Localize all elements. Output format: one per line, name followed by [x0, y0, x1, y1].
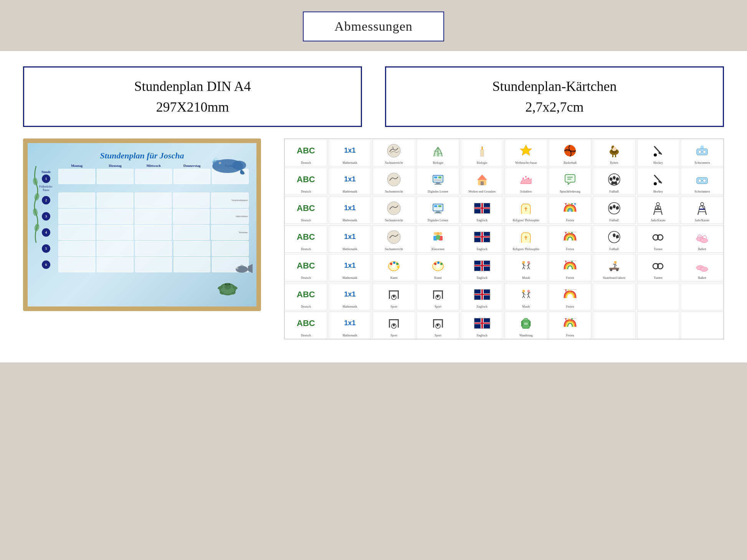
svg-line-138	[529, 267, 530, 269]
svg-rect-156	[389, 290, 390, 299]
svg-rect-93	[699, 209, 705, 210]
card-math-1: 1x1 Mathematik	[329, 139, 372, 166]
svg-rect-186	[433, 319, 434, 328]
svg-line-132	[524, 267, 525, 269]
hour-3: 3	[42, 212, 50, 221]
card-englisch-3: Englisch	[461, 254, 504, 282]
svg-point-118	[393, 262, 395, 264]
main-content: Stundenplan DIN A4 297X210mm Stundenplan…	[0, 51, 747, 362]
cell-6-3	[135, 257, 172, 272]
svg-marker-80	[574, 203, 576, 206]
svg-point-5	[219, 283, 236, 295]
svg-rect-161	[433, 290, 434, 299]
card-ferien-3: Ferien	[549, 254, 592, 282]
cell-6-1	[58, 257, 95, 272]
svg-rect-193	[524, 322, 528, 325]
svg-rect-70	[433, 204, 443, 211]
svg-point-69	[387, 202, 400, 215]
svg-point-85	[656, 203, 659, 206]
svg-rect-181	[389, 319, 390, 328]
cell-1-4	[174, 169, 210, 184]
svg-point-53	[525, 176, 527, 178]
svg-rect-158	[389, 290, 399, 292]
svg-line-176	[527, 296, 529, 298]
card-judo-2: Judo/Karate	[681, 196, 724, 224]
svg-line-90	[661, 212, 662, 215]
svg-point-19	[34, 193, 40, 201]
svg-point-36	[654, 153, 657, 156]
svg-point-166	[522, 290, 525, 292]
card-sport-2: Sport	[416, 283, 459, 310]
svg-point-64	[654, 182, 657, 185]
cell-3-4	[173, 209, 210, 224]
card-turnen-1: Turnen	[637, 225, 680, 253]
cell-2-5: Verabredungen	[211, 193, 249, 208]
svg-point-18	[32, 208, 38, 216]
termine-label: Termine	[239, 231, 248, 234]
svg-point-66	[698, 179, 701, 182]
svg-point-54	[528, 178, 529, 179]
card-biologie-2: Biologie	[461, 139, 504, 166]
stunde-label: Stunde	[41, 170, 51, 174]
content-row: Stundenplan für Joscha Montag Dienstag M…	[23, 138, 724, 339]
card-ferien-4: Ferien	[549, 283, 592, 310]
col-montag: Montag	[58, 164, 95, 168]
svg-point-7	[225, 283, 230, 286]
card-ballett-1: Ballett	[681, 225, 724, 253]
svg-rect-183	[389, 319, 399, 320]
card-judo-1: Judo/Karate	[637, 196, 680, 224]
card-empty-2	[637, 283, 680, 310]
card-biologie-1: Biologie	[416, 139, 459, 166]
card-kunst-1: Kunst	[372, 254, 415, 282]
svg-point-145	[614, 261, 616, 264]
svg-rect-32	[612, 154, 613, 157]
header-box: Abmessungen	[303, 12, 444, 41]
sport-label-2: Sport	[435, 305, 441, 309]
svg-rect-47	[438, 176, 441, 178]
cell-1-5	[212, 169, 249, 184]
cell-5-3	[135, 241, 172, 256]
col-freitag: Freitag	[212, 164, 249, 168]
card-empty-3	[681, 283, 724, 310]
card-religion-1: ✝ Religion/ Philosophie	[504, 196, 547, 224]
svg-point-11	[231, 291, 236, 295]
card-digital-1: Digitales Lernen	[416, 168, 459, 195]
cell-3-1	[58, 209, 95, 224]
svg-rect-163	[433, 290, 443, 292]
card-skateboard: Skateboard fahren	[593, 254, 636, 282]
card-deutsch-2: ABC Deutsch	[284, 168, 327, 195]
left-label-line1: Stundenplan DIN A4	[134, 79, 251, 94]
svg-point-9	[232, 285, 238, 290]
card-sport-3: Sport	[372, 311, 415, 339]
svg-line-94	[698, 212, 699, 215]
svg-line-131	[522, 267, 524, 269]
cell-3-2	[97, 209, 134, 224]
card-schwimmen-2: Schwimmen	[681, 168, 724, 195]
card-soccer-3: Fußball	[593, 225, 636, 253]
verabredungen-label: Verabredungen	[231, 199, 248, 202]
cell-2-3	[135, 193, 172, 208]
col-donnerstag: Donnerstag	[174, 164, 210, 168]
card-math-7: 1x1 Mathematik	[329, 311, 372, 339]
svg-rect-192	[524, 318, 528, 321]
svg-point-12	[225, 284, 226, 285]
cell-4-5: Termine	[211, 225, 249, 240]
svg-point-125	[440, 263, 443, 265]
svg-rect-162	[442, 290, 443, 299]
svg-point-155	[700, 267, 708, 272]
svg-line-146	[615, 264, 615, 267]
card-wandertag: Wandertag	[504, 311, 547, 339]
svg-rect-182	[398, 319, 399, 328]
svg-point-67	[703, 179, 706, 182]
svg-rect-72	[435, 212, 441, 213]
svg-rect-157	[398, 290, 399, 299]
svg-line-95	[706, 212, 706, 215]
cell-3-3	[135, 209, 172, 224]
card-turnen-2: Turnen	[637, 254, 680, 282]
card-speech: Sprachförderung	[549, 168, 592, 195]
right-label-line1: Stundenplan-Kärtchen	[492, 79, 617, 94]
svg-point-124	[437, 262, 440, 264]
right-label-box: Stundenplan-Kärtchen 2,7x2,7cm	[385, 66, 724, 127]
card-hockey-1: Hockey	[637, 139, 680, 166]
svg-rect-51	[481, 181, 484, 185]
